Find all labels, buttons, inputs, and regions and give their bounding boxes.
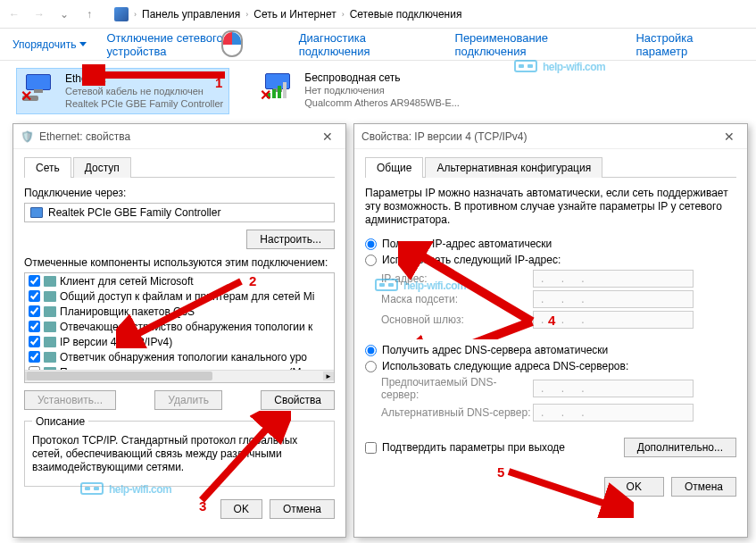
component-icon bbox=[44, 337, 56, 347]
subnet-mask-label: Маска подсети: bbox=[381, 293, 533, 305]
callout-5: 5 bbox=[497, 464, 504, 480]
configure-button[interactable]: Настроить... bbox=[246, 230, 335, 249]
explorer-nav: ← → ⌄ ↑ › Панель управления › Сеть и Инт… bbox=[0, 0, 756, 29]
recent-dropdown-icon[interactable]: ⌄ bbox=[55, 5, 73, 23]
close-icon[interactable]: ✕ bbox=[719, 129, 740, 144]
ethernet-icon: ✕ bbox=[22, 72, 58, 104]
radio-manual-ip[interactable] bbox=[365, 255, 377, 266]
dialog-title: Свойства: IP версии 4 (TCP/IPv4) bbox=[361, 130, 528, 143]
diagnose-button[interactable]: Диагностика подключения bbox=[299, 31, 436, 58]
components-listbox[interactable]: Клиент для сетей Microsoft Общий доступ … bbox=[24, 272, 335, 383]
list-item[interactable]: Ответчик обнаружения топологии канальног… bbox=[60, 351, 307, 363]
connect-via-label: Подключение через: bbox=[24, 187, 335, 199]
wifi-icon: ✕ bbox=[262, 71, 297, 104]
crumb-network-internet[interactable]: Сеть и Интернет bbox=[253, 8, 336, 21]
gateway-label: Основной шлюз: bbox=[381, 313, 533, 326]
list-item[interactable]: Отвечающее устройство обнаружения тополо… bbox=[60, 321, 312, 333]
connection-ethernet[interactable]: ✕ Ethernet Сетевой кабель не подключен R… bbox=[16, 68, 229, 114]
close-icon[interactable]: ✕ bbox=[317, 129, 338, 144]
horizontal-scrollbar[interactable]: ◄► bbox=[25, 370, 334, 382]
tab-alternate[interactable]: Альтернативная конфигурация bbox=[425, 157, 602, 178]
list-item[interactable]: Планировщик пакетов QoS bbox=[60, 305, 195, 318]
properties-button[interactable]: Свойства bbox=[261, 390, 335, 410]
chk-lltd-mapper[interactable] bbox=[29, 351, 40, 363]
list-item[interactable]: Общий доступ к файлам и принтерам для се… bbox=[60, 290, 314, 303]
subnet-mask-input: . . . bbox=[533, 290, 694, 308]
chevron-down-icon bbox=[79, 42, 87, 46]
dns1-input: . . . bbox=[533, 380, 694, 397]
description-title: Описание bbox=[32, 415, 88, 428]
list-item[interactable]: IP версии 4 (TCP/IPv4) bbox=[60, 336, 172, 348]
ipv4-properties-dialog: Свойства: IP версии 4 (TCP/IPv4) ✕ Общие… bbox=[353, 123, 748, 538]
radio-manual-dns[interactable] bbox=[365, 361, 377, 372]
advanced-button[interactable]: Дополнительно... bbox=[624, 438, 736, 457]
adapter-name: Realtek PCIe GBE Family Controller bbox=[48, 206, 220, 219]
wifi-adapter: Qualcomm Atheros AR9485WB-E... bbox=[304, 96, 460, 109]
rename-button[interactable]: Переименование подключения bbox=[455, 31, 617, 58]
description-text: Протокол TCP/IP. Стандартный протокол гл… bbox=[32, 434, 327, 474]
confirm-on-exit-checkbox[interactable] bbox=[365, 442, 377, 454]
forward-icon[interactable]: → bbox=[30, 5, 48, 23]
component-icon bbox=[44, 352, 56, 363]
wifi-status: Нет подключения bbox=[304, 84, 460, 96]
ip-address-input: . . . bbox=[533, 270, 694, 288]
cancel-button[interactable]: Отмена bbox=[270, 499, 335, 519]
wifi-name: Беспроводная сеть bbox=[304, 71, 460, 84]
callout-4: 4 bbox=[548, 313, 555, 328]
settings-button[interactable]: Настройка параметр bbox=[636, 31, 744, 58]
component-icon bbox=[44, 322, 56, 332]
tab-network[interactable]: Сеть bbox=[24, 157, 71, 178]
tab-strip: Общие Альтернативная конфигурация bbox=[365, 156, 736, 178]
auto-dns-label: Получить адрес DNS-сервера автоматически bbox=[382, 344, 608, 356]
component-icon bbox=[44, 306, 56, 317]
radio-auto-dns[interactable] bbox=[365, 345, 377, 356]
adapter-icon bbox=[30, 207, 43, 218]
auto-ip-label: Получить IP-адрес автоматически bbox=[382, 238, 552, 250]
connections-list: ✕ Ethernet Сетевой кабель не подключен R… bbox=[0, 61, 756, 121]
chk-file-share[interactable] bbox=[29, 290, 40, 302]
disable-device-button[interactable]: Отключение сетевого устройства bbox=[106, 31, 278, 58]
breadcrumb[interactable]: › Панель управления › Сеть и Интернет › … bbox=[114, 7, 461, 21]
ip-address-label: IP-адрес: bbox=[381, 272, 533, 285]
dialog-titlebar[interactable]: Свойства: IP версии 4 (TCP/IPv4) ✕ bbox=[354, 124, 747, 149]
dns2-input: . . . bbox=[533, 404, 694, 422]
gateway-input: . . . bbox=[533, 311, 694, 329]
ok-button[interactable]: OK bbox=[220, 499, 262, 519]
crumb-control-panel[interactable]: Панель управления bbox=[142, 8, 240, 21]
confirm-exit-label: Подтвердить параметры при выходе bbox=[382, 441, 565, 454]
cancel-button[interactable]: Отмена bbox=[671, 477, 736, 497]
ok-button[interactable]: OK bbox=[604, 477, 664, 497]
radio-auto-ip[interactable] bbox=[365, 238, 377, 250]
tab-strip: Сеть Доступ bbox=[24, 156, 335, 178]
install-button[interactable]: Установить... bbox=[24, 390, 116, 410]
components-label: Отмеченные компоненты используются этим … bbox=[24, 256, 335, 269]
manual-ip-label: Использовать следующий IP-адрес: bbox=[382, 254, 561, 266]
back-icon[interactable]: ← bbox=[5, 5, 23, 23]
up-icon[interactable]: ↑ bbox=[80, 5, 98, 23]
intro-text: Параметры IP можно назначать автоматичес… bbox=[365, 187, 736, 227]
callout-2: 2 bbox=[249, 273, 256, 288]
organize-menu[interactable]: Упорядочить bbox=[12, 38, 87, 51]
ethernet-status: Сетевой кабель не подключен bbox=[65, 85, 223, 97]
manual-dns-label: Использовать следующие адреса DNS-сервер… bbox=[382, 360, 628, 372]
uninstall-button[interactable]: Удалить bbox=[154, 390, 222, 410]
chk-ipv4[interactable] bbox=[29, 336, 40, 347]
tab-access[interactable]: Доступ bbox=[73, 157, 131, 178]
tab-general[interactable]: Общие bbox=[365, 157, 423, 178]
callout-3: 3 bbox=[199, 498, 206, 514]
list-item[interactable]: Клиент для сетей Microsoft bbox=[60, 275, 194, 288]
callout-1: 1 bbox=[215, 75, 222, 90]
component-icon bbox=[44, 276, 56, 287]
adapter-field: Realtek PCIe GBE Family Controller bbox=[24, 203, 335, 222]
component-icon bbox=[44, 291, 56, 302]
dialog-titlebar[interactable]: 🛡️ Ethernet: свойства ✕ bbox=[13, 124, 345, 149]
ethernet-adapter: Realtek PCIe GBE Family Controller bbox=[65, 97, 223, 110]
connection-wifi[interactable]: ✕ Беспроводная сеть Нет подключения Qual… bbox=[256, 68, 465, 114]
mouse-cursor-graphic bbox=[221, 30, 243, 57]
chk-qos[interactable] bbox=[29, 305, 40, 317]
chk-lltd-responder[interactable] bbox=[29, 321, 40, 332]
chk-client-ms[interactable] bbox=[29, 275, 40, 287]
ethernet-properties-dialog: 🛡️ Ethernet: свойства ✕ Сеть Доступ Подк… bbox=[12, 123, 346, 538]
ethernet-name: Ethernet bbox=[65, 72, 223, 85]
crumb-network-connections[interactable]: Сетевые подключения bbox=[350, 8, 462, 21]
